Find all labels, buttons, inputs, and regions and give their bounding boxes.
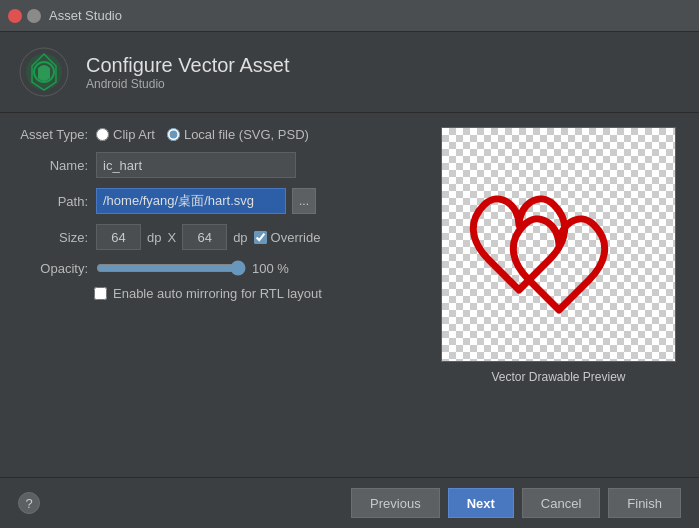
path-label: Path: (18, 194, 88, 209)
path-controls: ... (96, 188, 420, 214)
size-width-input[interactable] (96, 224, 141, 250)
cancel-button[interactable]: Cancel (522, 488, 600, 518)
rtl-row: Enable auto mirroring for RTL layout (18, 286, 420, 301)
size-controls: dp X dp Override (96, 224, 420, 250)
size-label: Size: (18, 230, 88, 245)
title-bar: Asset Studio (0, 0, 699, 32)
main-content: Asset Type: Clip Art Local file (SVG, PS… (0, 113, 699, 463)
previous-button[interactable]: Previous (351, 488, 440, 518)
override-label: Override (271, 230, 321, 245)
form-area: Asset Type: Clip Art Local file (SVG, PS… (18, 127, 436, 449)
opacity-row: Opacity: 100 % (18, 260, 420, 276)
size-row: Size: dp X dp Override (18, 224, 420, 250)
rtl-label[interactable]: Enable auto mirroring for RTL layout (113, 286, 322, 301)
vector-preview-svg (459, 145, 659, 345)
size-height-input[interactable] (182, 224, 227, 250)
local-file-label: Local file (SVG, PSD) (184, 127, 309, 142)
override-checkbox[interactable] (254, 231, 267, 244)
help-button[interactable]: ? (18, 492, 40, 514)
header: Configure Vector Asset Android Studio (0, 32, 699, 113)
dp-label-width: dp (147, 230, 161, 245)
minimize-button[interactable] (27, 9, 41, 23)
window-title: Asset Studio (49, 8, 122, 23)
preview-label: Vector Drawable Preview (491, 370, 625, 384)
opacity-controls: 100 % (96, 260, 420, 276)
clip-art-label: Clip Art (113, 127, 155, 142)
name-label: Name: (18, 158, 88, 173)
name-row: Name: (18, 152, 420, 178)
opacity-label: Opacity: (18, 261, 88, 276)
dialog-subtitle: Android Studio (86, 77, 289, 91)
window-controls[interactable] (8, 9, 41, 23)
name-input[interactable] (96, 152, 296, 178)
finish-button[interactable]: Finish (608, 488, 681, 518)
clip-art-option[interactable]: Clip Art (96, 127, 155, 142)
local-file-radio[interactable] (167, 128, 180, 141)
next-button[interactable]: Next (448, 488, 514, 518)
local-file-option[interactable]: Local file (SVG, PSD) (167, 127, 309, 142)
header-text: Configure Vector Asset Android Studio (86, 54, 289, 91)
close-button[interactable] (8, 9, 22, 23)
asset-type-label: Asset Type: (18, 127, 88, 142)
opacity-value: 100 % (252, 261, 289, 276)
preview-box (441, 127, 676, 362)
preview-area: Vector Drawable Preview (436, 127, 681, 449)
override-option[interactable]: Override (254, 230, 321, 245)
browse-button[interactable]: ... (292, 188, 316, 214)
x-separator: X (167, 230, 176, 245)
footer: ? Previous Next Cancel Finish (0, 477, 699, 528)
dp-label-height: dp (233, 230, 247, 245)
name-controls (96, 152, 420, 178)
android-studio-logo (18, 46, 70, 98)
opacity-slider[interactable] (96, 260, 246, 276)
rtl-controls: Enable auto mirroring for RTL layout (94, 286, 420, 301)
dialog-title: Configure Vector Asset (86, 54, 289, 77)
asset-type-controls: Clip Art Local file (SVG, PSD) (96, 127, 420, 142)
path-row: Path: ... (18, 188, 420, 214)
footer-left: ? (18, 492, 343, 514)
path-input[interactable] (96, 188, 286, 214)
rtl-checkbox[interactable] (94, 287, 107, 300)
clip-art-radio[interactable] (96, 128, 109, 141)
asset-type-row: Asset Type: Clip Art Local file (SVG, PS… (18, 127, 420, 142)
